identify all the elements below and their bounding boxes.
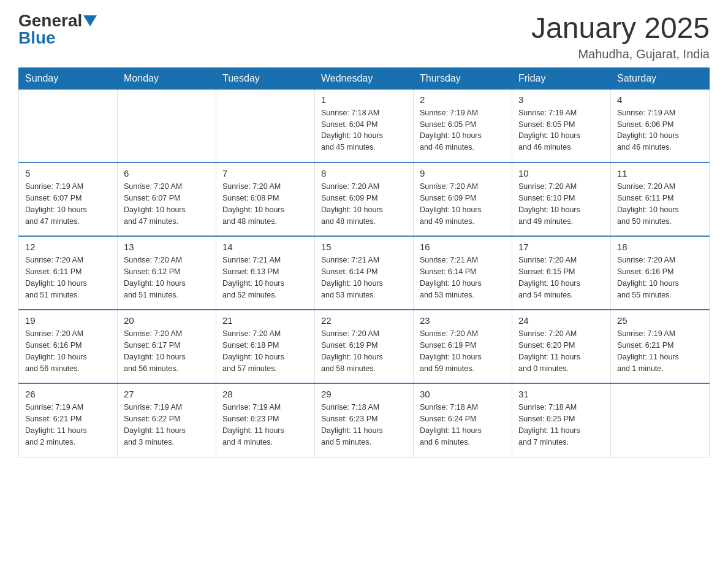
calendar-cell: 2Sunrise: 7:19 AMSunset: 6:05 PMDaylight…: [414, 89, 512, 163]
calendar-cell: 22Sunrise: 7:20 AMSunset: 6:19 PMDayligh…: [315, 310, 414, 383]
day-info: Sunrise: 7:20 AMSunset: 6:17 PMDaylight:…: [124, 328, 210, 374]
calendar-cell: 6Sunrise: 7:20 AMSunset: 6:07 PMDaylight…: [118, 163, 216, 236]
day-info: Sunrise: 7:19 AMSunset: 6:06 PMDaylight:…: [617, 107, 703, 153]
day-info: Sunrise: 7:19 AMSunset: 6:23 PMDaylight:…: [222, 402, 308, 448]
calendar-cell: 18Sunrise: 7:20 AMSunset: 6:16 PMDayligh…: [611, 236, 710, 310]
day-number: 25: [617, 315, 703, 326]
calendar-cell: 20Sunrise: 7:20 AMSunset: 6:17 PMDayligh…: [118, 310, 216, 383]
weekday-sunday: Sunday: [19, 67, 118, 89]
calendar-cell: [216, 89, 315, 163]
calendar-table: SundayMondayTuesdayWednesdayThursdayFrid…: [18, 67, 710, 458]
day-number: 11: [617, 168, 703, 178]
calendar-cell: 24Sunrise: 7:20 AMSunset: 6:20 PMDayligh…: [512, 310, 611, 383]
location: Mahudha, Gujarat, India: [531, 47, 710, 61]
day-info: Sunrise: 7:18 AMSunset: 6:23 PMDaylight:…: [321, 402, 407, 448]
calendar-cell: 12Sunrise: 7:20 AMSunset: 6:11 PMDayligh…: [19, 236, 118, 310]
calendar-cell: [118, 89, 216, 163]
calendar-cell: 1Sunrise: 7:18 AMSunset: 6:04 PMDaylight…: [315, 89, 414, 163]
day-info: Sunrise: 7:20 AMSunset: 6:20 PMDaylight:…: [518, 328, 604, 374]
day-number: 19: [25, 315, 111, 326]
calendar-cell: 31Sunrise: 7:18 AMSunset: 6:25 PMDayligh…: [512, 383, 611, 457]
day-number: 8: [321, 168, 407, 178]
day-info: Sunrise: 7:19 AMSunset: 6:22 PMDaylight:…: [124, 402, 210, 448]
calendar-cell: 8Sunrise: 7:20 AMSunset: 6:09 PMDaylight…: [315, 163, 414, 236]
calendar-cell: 28Sunrise: 7:19 AMSunset: 6:23 PMDayligh…: [216, 383, 315, 457]
day-info: Sunrise: 7:21 AMSunset: 6:14 PMDaylight:…: [321, 255, 407, 301]
day-info: Sunrise: 7:20 AMSunset: 6:07 PMDaylight:…: [124, 181, 210, 227]
calendar-week-row: 1Sunrise: 7:18 AMSunset: 6:04 PMDaylight…: [19, 89, 710, 163]
weekday-thursday: Thursday: [414, 67, 512, 89]
calendar-cell: 16Sunrise: 7:21 AMSunset: 6:14 PMDayligh…: [414, 236, 512, 310]
day-number: 2: [420, 94, 506, 105]
day-number: 30: [420, 389, 506, 399]
logo-blue-text: Blue: [18, 29, 56, 47]
calendar-cell: 5Sunrise: 7:19 AMSunset: 6:07 PMDaylight…: [19, 163, 118, 236]
day-info: Sunrise: 7:19 AMSunset: 6:05 PMDaylight:…: [518, 107, 604, 153]
day-number: 31: [518, 389, 604, 399]
day-number: 9: [420, 168, 506, 178]
day-info: Sunrise: 7:19 AMSunset: 6:05 PMDaylight:…: [420, 107, 506, 153]
weekday-header-row: SundayMondayTuesdayWednesdayThursdayFrid…: [19, 67, 710, 89]
day-number: 14: [222, 242, 308, 252]
day-info: Sunrise: 7:19 AMSunset: 6:21 PMDaylight:…: [25, 402, 111, 448]
day-info: Sunrise: 7:20 AMSunset: 6:09 PMDaylight:…: [420, 181, 506, 227]
day-info: Sunrise: 7:20 AMSunset: 6:11 PMDaylight:…: [25, 255, 111, 301]
day-info: Sunrise: 7:20 AMSunset: 6:16 PMDaylight:…: [25, 328, 111, 374]
calendar-cell: 3Sunrise: 7:19 AMSunset: 6:05 PMDaylight…: [512, 89, 611, 163]
day-number: 15: [321, 242, 407, 252]
weekday-saturday: Saturday: [611, 67, 710, 89]
calendar-cell: 29Sunrise: 7:18 AMSunset: 6:23 PMDayligh…: [315, 383, 414, 457]
day-number: 1: [321, 94, 407, 105]
calendar-cell: 21Sunrise: 7:20 AMSunset: 6:18 PMDayligh…: [216, 310, 315, 383]
logo: General Blue: [18, 12, 97, 47]
day-info: Sunrise: 7:20 AMSunset: 6:12 PMDaylight:…: [124, 255, 210, 301]
day-number: 17: [518, 242, 604, 252]
weekday-wednesday: Wednesday: [315, 67, 414, 89]
svg-marker-0: [83, 15, 97, 26]
day-number: 6: [124, 168, 210, 178]
day-info: Sunrise: 7:19 AMSunset: 6:07 PMDaylight:…: [25, 181, 111, 227]
calendar-week-row: 5Sunrise: 7:19 AMSunset: 6:07 PMDaylight…: [19, 163, 710, 236]
day-number: 21: [222, 315, 308, 326]
day-info: Sunrise: 7:18 AMSunset: 6:25 PMDaylight:…: [518, 402, 604, 448]
calendar-cell: 4Sunrise: 7:19 AMSunset: 6:06 PMDaylight…: [611, 89, 710, 163]
day-info: Sunrise: 7:20 AMSunset: 6:16 PMDaylight:…: [617, 255, 703, 301]
day-number: 24: [518, 315, 604, 326]
day-number: 12: [25, 242, 111, 252]
day-number: 10: [518, 168, 604, 178]
day-info: Sunrise: 7:21 AMSunset: 6:14 PMDaylight:…: [420, 255, 506, 301]
day-number: 23: [420, 315, 506, 326]
day-number: 5: [25, 168, 111, 178]
calendar-cell: 26Sunrise: 7:19 AMSunset: 6:21 PMDayligh…: [19, 383, 118, 457]
calendar-week-row: 26Sunrise: 7:19 AMSunset: 6:21 PMDayligh…: [19, 383, 710, 457]
day-info: Sunrise: 7:20 AMSunset: 6:19 PMDaylight:…: [321, 328, 407, 374]
calendar-week-row: 12Sunrise: 7:20 AMSunset: 6:11 PMDayligh…: [19, 236, 710, 310]
calendar-cell: 13Sunrise: 7:20 AMSunset: 6:12 PMDayligh…: [118, 236, 216, 310]
calendar-title: January 2025: [531, 12, 710, 45]
logo-arrow-icon: [83, 15, 97, 26]
calendar-cell: 14Sunrise: 7:21 AMSunset: 6:13 PMDayligh…: [216, 236, 315, 310]
calendar-cell: [611, 383, 710, 457]
calendar-week-row: 19Sunrise: 7:20 AMSunset: 6:16 PMDayligh…: [19, 310, 710, 383]
day-number: 4: [617, 94, 703, 105]
weekday-friday: Friday: [512, 67, 611, 89]
day-info: Sunrise: 7:18 AMSunset: 6:04 PMDaylight:…: [321, 107, 407, 153]
calendar-cell: 17Sunrise: 7:20 AMSunset: 6:15 PMDayligh…: [512, 236, 611, 310]
weekday-monday: Monday: [118, 67, 216, 89]
calendar-cell: [19, 89, 118, 163]
page-header: General Blue January 2025 Mahudha, Gujar…: [18, 12, 710, 61]
calendar-cell: 15Sunrise: 7:21 AMSunset: 6:14 PMDayligh…: [315, 236, 414, 310]
day-info: Sunrise: 7:19 AMSunset: 6:21 PMDaylight:…: [617, 328, 703, 374]
calendar-cell: 11Sunrise: 7:20 AMSunset: 6:11 PMDayligh…: [611, 163, 710, 236]
calendar-cell: 23Sunrise: 7:20 AMSunset: 6:19 PMDayligh…: [414, 310, 512, 383]
day-info: Sunrise: 7:18 AMSunset: 6:24 PMDaylight:…: [420, 402, 506, 448]
calendar-cell: 30Sunrise: 7:18 AMSunset: 6:24 PMDayligh…: [414, 383, 512, 457]
logo-general-text: General: [18, 12, 82, 29]
day-number: 29: [321, 389, 407, 399]
weekday-tuesday: Tuesday: [216, 67, 315, 89]
calendar-cell: 25Sunrise: 7:19 AMSunset: 6:21 PMDayligh…: [611, 310, 710, 383]
calendar-cell: 27Sunrise: 7:19 AMSunset: 6:22 PMDayligh…: [118, 383, 216, 457]
title-section: January 2025 Mahudha, Gujarat, India: [531, 12, 710, 61]
day-info: Sunrise: 7:20 AMSunset: 6:08 PMDaylight:…: [222, 181, 308, 227]
day-number: 7: [222, 168, 308, 178]
